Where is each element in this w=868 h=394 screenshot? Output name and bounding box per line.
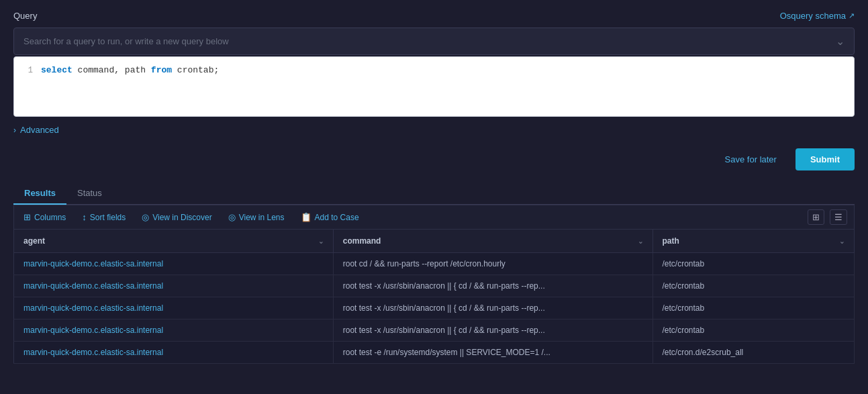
table-row: marvin-quick-demo.c.elastic-sa.internalr… <box>14 319 855 342</box>
agent-link[interactable]: marvin-quick-demo.c.elastic-sa.internal <box>23 259 163 268</box>
cell-agent[interactable]: marvin-quick-demo.c.elastic-sa.internal <box>14 319 334 342</box>
columns-button[interactable]: ⊞ Columns <box>21 211 68 224</box>
col-path-label: path <box>663 236 679 246</box>
code-line-1: 1 select command, path from crontab; <box>14 64 854 77</box>
sort-fields-label: Sort fields <box>90 213 126 222</box>
cell-agent[interactable]: marvin-quick-demo.c.elastic-sa.internal <box>14 253 334 275</box>
chevron-down-icon: ⌄ <box>836 35 845 48</box>
results-tabs: Results Status <box>13 183 855 205</box>
line-number-1: 1 <box>14 66 41 75</box>
table-row: marvin-quick-demo.c.elastic-sa.internalr… <box>14 275 855 297</box>
col-command-label: command <box>343 236 381 246</box>
case-icon: 📋 <box>301 212 311 222</box>
tab-results[interactable]: Results <box>13 183 66 205</box>
cell-path: /etc/cron.d/e2scrub_all <box>653 342 855 364</box>
col-header-agent: agent ⌄ <box>14 230 334 253</box>
table-row: marvin-quick-demo.c.elastic-sa.internalr… <box>14 297 855 319</box>
sort-fields-button[interactable]: ↕ Sort fields <box>79 211 128 224</box>
page-container: Query Osquery schema ↗ Search for a quer… <box>0 0 868 394</box>
cell-command: root test -x /usr/sbin/anacron || { cd /… <box>333 297 653 319</box>
view-in-lens-label: View in Lens <box>239 213 285 222</box>
query-header: Query Osquery schema ↗ <box>13 11 855 21</box>
table-body: marvin-quick-demo.c.elastic-sa.internalr… <box>14 253 855 364</box>
table-header-row: agent ⌄ command ⌄ path ⌄ <box>14 230 855 253</box>
col-command-sort-icon[interactable]: ⌄ <box>638 238 643 245</box>
toolbar-right-icons: ⊞ ☰ <box>808 209 847 225</box>
agent-link[interactable]: marvin-quick-demo.c.elastic-sa.internal <box>23 303 163 313</box>
add-to-case-label: Add to Case <box>315 213 359 222</box>
col-agent-label: agent <box>23 236 45 246</box>
osquery-schema-link[interactable]: Osquery schema ↗ <box>780 11 855 21</box>
table-row: marvin-quick-demo.c.elastic-sa.internalr… <box>14 342 855 364</box>
cell-path: /etc/crontab <box>653 275 855 297</box>
cell-agent[interactable]: marvin-quick-demo.c.elastic-sa.internal <box>14 275 334 297</box>
view-in-lens-button[interactable]: ◎ View in Lens <box>226 211 287 224</box>
cell-path: /etc/crontab <box>653 253 855 275</box>
col-header-path: path ⌄ <box>653 230 855 253</box>
tab-status[interactable]: Status <box>66 183 113 205</box>
agent-link[interactable]: marvin-quick-demo.c.elastic-sa.internal <box>23 326 163 335</box>
table-toolbar: ⊞ Columns ↕ Sort fields ◎ View in Discov… <box>13 205 855 229</box>
code-end: crontab; <box>172 65 219 75</box>
columns-icon: ⊞ <box>23 212 31 222</box>
save-later-button[interactable]: Save for later <box>717 149 785 170</box>
columns-label: Columns <box>34 213 66 222</box>
search-placeholder-text: Search for a query to run, or write a ne… <box>23 36 229 46</box>
agent-link[interactable]: marvin-quick-demo.c.elastic-sa.internal <box>23 348 163 357</box>
keyword-from: from <box>151 65 172 75</box>
query-label: Query <box>13 11 37 21</box>
submit-button[interactable]: Submit <box>795 148 855 170</box>
cell-command: root test -x /usr/sbin/anacron || { cd /… <box>333 275 653 297</box>
advanced-label: Advanced <box>20 125 59 135</box>
add-to-case-button[interactable]: 📋 Add to Case <box>298 211 362 224</box>
view-in-discover-button[interactable]: ◎ View in Discover <box>139 211 214 224</box>
code-content-1: select command, path from crontab; <box>41 65 219 75</box>
advanced-toggle[interactable]: › Advanced <box>13 125 855 135</box>
agent-link[interactable]: marvin-quick-demo.c.elastic-sa.internal <box>23 281 163 291</box>
grid-view-button[interactable]: ⊞ <box>808 209 824 225</box>
data-table: agent ⌄ command ⌄ path ⌄ <box>13 229 855 364</box>
keyword-select: select <box>41 65 73 75</box>
chevron-right-icon: › <box>13 126 16 135</box>
external-link-icon: ↗ <box>849 11 855 20</box>
cell-command: root test -e /run/systemd/system || SERV… <box>333 342 653 364</box>
action-buttons: Save for later Submit <box>13 148 855 170</box>
cell-agent[interactable]: marvin-quick-demo.c.elastic-sa.internal <box>14 342 334 364</box>
cell-command: root test -x /usr/sbin/anacron || { cd /… <box>333 319 653 342</box>
query-search-bar[interactable]: Search for a query to run, or write a ne… <box>13 28 855 55</box>
col-header-command: command ⌄ <box>333 230 653 253</box>
discover-icon: ◎ <box>142 212 149 222</box>
code-editor[interactable]: 1 select command, path from crontab; <box>13 56 855 117</box>
cell-path: /etc/crontab <box>653 319 855 342</box>
osquery-schema-text: Osquery schema <box>780 11 846 21</box>
cell-path: /etc/crontab <box>653 297 855 319</box>
sort-icon: ↕ <box>82 212 87 222</box>
table-row: marvin-quick-demo.c.elastic-sa.internalr… <box>14 253 855 275</box>
lens-icon: ◎ <box>228 212 236 222</box>
view-in-discover-label: View in Discover <box>152 213 211 222</box>
cell-agent[interactable]: marvin-quick-demo.c.elastic-sa.internal <box>14 297 334 319</box>
list-view-button[interactable]: ☰ <box>830 209 847 225</box>
cell-command: root cd / && run-parts --report /etc/cro… <box>333 253 653 275</box>
col-agent-sort-icon[interactable]: ⌄ <box>318 238 324 245</box>
code-middle: command, path <box>73 65 151 75</box>
col-path-sort-icon[interactable]: ⌄ <box>839 238 845 245</box>
